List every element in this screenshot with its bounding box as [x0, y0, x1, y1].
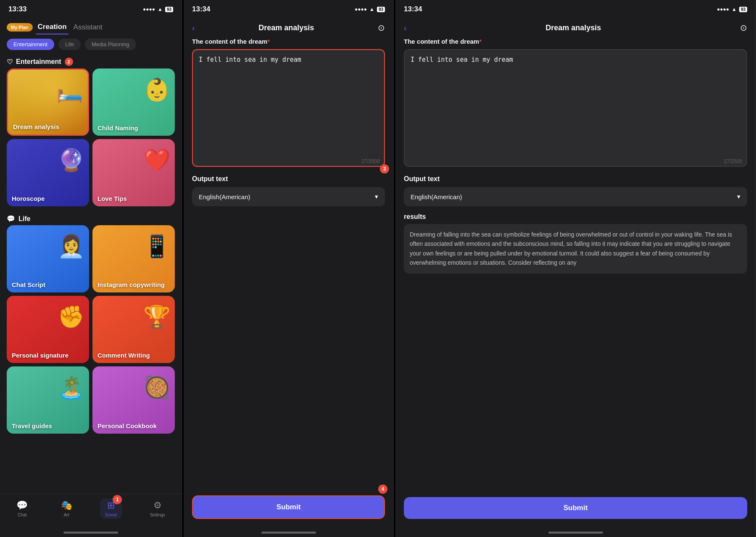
back-button-3[interactable]: ‹ [404, 23, 407, 33]
nav-scene-label: Scene [105, 513, 117, 517]
card-horoscope[interactable]: 🔮 Horoscope [7, 139, 89, 206]
nav-chat-label: Chat [18, 513, 26, 517]
card-travel[interactable]: 🏝️ Travel guides [7, 366, 89, 434]
nav-art-label: Art [64, 513, 69, 517]
history-button-2[interactable]: ⊙ [378, 23, 385, 33]
battery-2: 93 [377, 7, 385, 12]
home-indicator-3 [548, 532, 603, 534]
tab-creation[interactable]: Creation [36, 20, 68, 34]
panel-main: 13:33 ●●●● ▲ 93 My Plan Creation Assista… [0, 0, 182, 537]
panel-dream-input: 13:34 ●●●● ▲ 93 ‹ Dream analysis ⊙ The c… [184, 0, 394, 537]
instagram-emoji: 📱 [143, 234, 171, 259]
art-nav-icon: 🎭 [61, 500, 72, 511]
signature-emoji: ✊ [58, 304, 85, 330]
heart-icon: ♡ [7, 58, 13, 66]
entertainment-grid: 🛏️ Dream analysis 👶 Child Naming 🔮 Horos… [0, 68, 182, 210]
dream-header-3: ‹ Dream analysis ⊙ [395, 18, 756, 38]
char-count-2: 27/2500 [362, 158, 380, 164]
card-dream[interactable]: 🛏️ Dream analysis [7, 68, 89, 136]
dream-header-2: ‹ Dream analysis ⊙ [184, 18, 393, 38]
card-signature-label: Personal signature [12, 352, 68, 359]
chevron-down-icon-2: ▾ [375, 193, 378, 200]
love-emoji: ❤️ [143, 147, 171, 173]
panel-dream-results: 13:34 ●●●● ▲ 93 ‹ Dream analysis ⊙ The c… [395, 0, 756, 537]
card-dream-label: Dream analysis [13, 123, 59, 130]
my-plan-badge[interactable]: My Plan [7, 23, 33, 32]
chat-emoji: 👩‍💼 [58, 234, 85, 259]
step-badge-3: 3 [380, 164, 389, 174]
status-icons-2: ●●●● ▲ 93 [355, 6, 385, 12]
life-title: Life [18, 215, 30, 223]
status-icons-3: ●●●● ▲ 93 [717, 6, 747, 12]
textarea-wrapper-3: I fell into sea in my dream 27/2500 [404, 49, 747, 168]
chevron-down-icon-3: ▾ [737, 193, 740, 200]
nav-scene[interactable]: ⊞ Scene 1 [100, 498, 122, 519]
wifi-icon: ▲ [158, 6, 163, 12]
dream-content-2: The content of the dream* I fell into se… [184, 38, 393, 490]
output-label-3: Output text [404, 175, 747, 183]
travel-emoji: 🏝️ [58, 375, 85, 400]
card-horoscope-label: Horoscope [12, 195, 45, 202]
life-icon: 💬 [7, 215, 15, 223]
status-bar-1: 13:33 ●●●● ▲ 93 [0, 0, 182, 18]
nav-settings[interactable]: ⚙ Settings [145, 498, 170, 519]
entertainment-badge: 2 [65, 58, 73, 66]
top-tab-bar: My Plan Creation Assistant [0, 18, 182, 34]
filter-bar: Entertainment Life Media Planning [0, 34, 182, 54]
submit-bar-2: Submit 4 [184, 490, 393, 529]
card-chat[interactable]: 👩‍💼 Chat Script [7, 225, 89, 292]
chat-nav-icon: 💬 [16, 500, 28, 511]
dream-field-label-3: The content of the dream* [404, 38, 747, 45]
filter-media[interactable]: Media Planning [85, 39, 136, 50]
textarea-wrapper-2: I fell into sea in my dream 27/2500 3 [192, 49, 385, 168]
dream-title-2: Dream analysis [258, 24, 314, 32]
step-badge-1: 1 [113, 495, 122, 504]
child-emoji: 👶 [143, 77, 171, 103]
card-signature[interactable]: ✊ Personal signature [7, 296, 89, 363]
nav-chat[interactable]: 💬 Chat [11, 498, 33, 519]
card-comment[interactable]: 🏆 Comment Writing [92, 296, 175, 363]
dream-textarea-3[interactable]: I fell into sea in my dream [404, 49, 747, 167]
home-indicator-1 [63, 532, 118, 534]
home-indicator-2 [261, 532, 316, 534]
dream-content-3: The content of the dream* I fell into se… [395, 38, 756, 492]
filter-life[interactable]: Life [58, 39, 81, 50]
lang-select-2[interactable]: English(American) ▾ [192, 187, 385, 206]
bottom-nav: 💬 Chat 🎭 Art ⊞ Scene 1 ⚙ Settings [0, 494, 182, 529]
life-grid: 👩‍💼 Chat Script 📱 Instagram copywriting … [0, 225, 182, 437]
card-chat-label: Chat Script [12, 281, 45, 288]
card-instagram[interactable]: 📱 Instagram copywriting [92, 225, 175, 292]
card-instagram-label: Instagram copywriting [97, 281, 165, 288]
card-love[interactable]: ❤️ Love Tips [92, 139, 175, 206]
submit-button-3[interactable]: Submit [404, 497, 747, 519]
output-label-2: Output text [192, 175, 385, 183]
history-button-3[interactable]: ⊙ [740, 23, 747, 33]
dream-textarea-2[interactable]: I fell into sea in my dream [192, 49, 385, 167]
nav-art[interactable]: 🎭 Art [56, 498, 77, 519]
nav-settings-label: Settings [150, 513, 165, 517]
time-2: 13:34 [192, 5, 210, 13]
battery-1: 93 [165, 7, 173, 12]
entertainment-header: ♡ Entertainment 2 [0, 54, 182, 68]
lang-select-3[interactable]: English(American) ▾ [404, 187, 747, 206]
results-label: results [404, 213, 747, 221]
lang-value-2: English(American) [199, 193, 250, 200]
card-cookbook-label: Personal Cookbook [97, 422, 157, 429]
status-bar-3: 13:34 ●●●● ▲ 93 [395, 0, 756, 18]
settings-nav-icon: ⚙ [153, 500, 162, 511]
back-button-2[interactable]: ‹ [192, 23, 195, 33]
submit-button-2[interactable]: Submit [192, 495, 385, 519]
filter-entertainment[interactable]: Entertainment [7, 39, 54, 50]
card-child[interactable]: 👶 Child Naming [92, 68, 175, 136]
battery-3: 93 [739, 7, 747, 12]
dream-title-3: Dream analysis [545, 24, 601, 32]
lang-value-3: English(American) [411, 193, 462, 200]
submit-bar-3: Submit [395, 492, 756, 529]
cookbook-emoji: 🥘 [143, 375, 171, 400]
card-cookbook[interactable]: 🥘 Personal Cookbook [92, 366, 175, 434]
status-bar-2: 13:34 ●●●● ▲ 93 [184, 0, 393, 18]
wifi-icon-3: ▲ [732, 6, 737, 12]
step-badge-4: 4 [378, 484, 387, 494]
tab-assistant[interactable]: Assistant [72, 21, 104, 34]
card-comment-label: Comment Writing [97, 352, 150, 359]
